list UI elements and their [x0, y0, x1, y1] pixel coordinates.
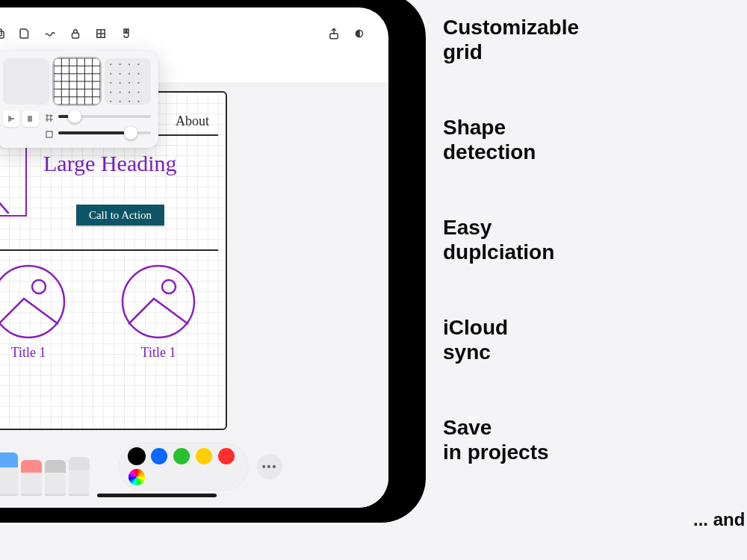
svg-point-19 [128, 91, 130, 93]
color-swatch[interactable] [151, 448, 167, 464]
opacity-icon [45, 128, 54, 137]
color-swatch[interactable] [130, 449, 143, 463]
grid-popover [0, 51, 158, 148]
color-swatch[interactable] [196, 448, 212, 464]
image-placeholder-box [0, 145, 27, 217]
svg-point-30 [162, 280, 176, 293]
slider-knob[interactable] [124, 126, 137, 140]
top-toolbar [0, 22, 366, 45]
slider-knob[interactable] [68, 110, 81, 123]
appearance-icon[interactable] [353, 27, 366, 40]
toolbar-right-group [327, 27, 366, 40]
device-screen: About Large Heading Call to Action [0, 7, 388, 508]
feature-item: Save in projects [443, 415, 667, 464]
tool-pencil[interactable] [0, 452, 18, 496]
pencilkit-palette: ••• [0, 442, 388, 500]
hash-icon [45, 112, 54, 121]
svg-point-22 [120, 101, 121, 102]
svg-point-10 [120, 73, 121, 75]
svg-point-11 [128, 73, 130, 75]
svg-point-15 [128, 82, 130, 84]
background-blank[interactable] [3, 58, 49, 105]
tool-pen[interactable] [45, 460, 66, 496]
svg-point-23 [128, 101, 130, 102]
cta-button: Call to Action [76, 205, 164, 225]
feature-list: Customizable gridShape detectionEasy dup… [443, 15, 667, 464]
svg-point-21 [110, 101, 111, 102]
duplicate-icon[interactable] [0, 27, 6, 40]
color-pill [120, 444, 248, 490]
share-icon[interactable] [327, 27, 341, 40]
svg-point-27 [0, 266, 64, 337]
svg-point-6 [120, 63, 121, 65]
feature-item: iCloud sync [443, 315, 667, 364]
svg-point-18 [120, 91, 121, 93]
shape-icon[interactable] [18, 27, 31, 40]
background-option-row [3, 58, 151, 105]
lock-icon[interactable] [69, 27, 82, 40]
wireframe-heading: Large Heading [43, 151, 177, 176]
svg-point-7 [128, 63, 130, 65]
feature-item: Shape detection [443, 115, 667, 164]
feature-item: Easy duplciation [443, 215, 667, 264]
freehand-icon[interactable] [43, 27, 57, 40]
feature-item: Customizable grid [443, 15, 667, 64]
svg-rect-2 [72, 33, 79, 38]
cta-label: Call to Action [89, 209, 152, 222]
image-placeholder-circle [121, 264, 196, 339]
svg-point-24 [137, 101, 139, 102]
tool-ruler[interactable] [69, 457, 90, 496]
home-indicator [97, 494, 217, 497]
snap-left-button[interactable] [3, 111, 19, 127]
tool-row [0, 452, 90, 496]
grid-opacity-slider[interactable] [45, 128, 151, 137]
device-frame: About Large Heading Call to Action [0, 0, 426, 523]
svg-point-13 [110, 82, 111, 84]
slider-fill [58, 131, 131, 134]
svg-rect-0 [0, 29, 1, 36]
nav-link-about: About [176, 113, 209, 129]
section-divider [0, 249, 218, 251]
color-picker-swatch[interactable] [128, 469, 145, 485]
svg-rect-3 [330, 34, 338, 39]
svg-point-12 [137, 73, 139, 75]
tool-eraser[interactable] [21, 460, 42, 496]
svg-point-28 [32, 280, 46, 293]
image-placeholder-circle [0, 264, 66, 339]
snap-icon[interactable] [120, 27, 133, 40]
toolbar-left-group [0, 27, 133, 40]
color-swatch[interactable] [173, 448, 190, 464]
svg-point-8 [137, 63, 139, 65]
svg-point-14 [120, 82, 121, 84]
snap-buttons [3, 111, 39, 127]
snap-right-button[interactable] [22, 111, 39, 127]
and-more-label: ... and [693, 509, 745, 530]
item-title: Title 1 [121, 345, 196, 361]
svg-point-20 [137, 91, 139, 93]
background-grid[interactable] [54, 58, 100, 105]
svg-point-9 [110, 73, 111, 75]
svg-rect-25 [46, 131, 52, 137]
svg-point-5 [110, 63, 111, 65]
background-dots[interactable] [105, 58, 151, 105]
svg-point-16 [137, 82, 139, 84]
svg-point-17 [110, 91, 111, 93]
item-title: Title 1 [0, 345, 66, 361]
more-button[interactable]: ••• [257, 454, 282, 479]
grid-spacing-slider[interactable] [45, 112, 151, 121]
color-swatch[interactable] [218, 448, 235, 464]
grid-icon[interactable] [94, 27, 108, 40]
